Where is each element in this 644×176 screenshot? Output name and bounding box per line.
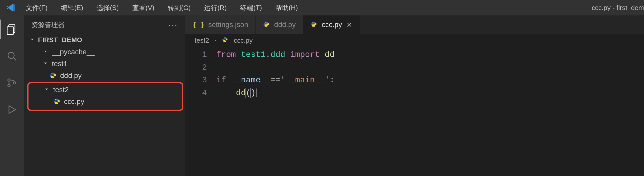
breadcrumb-segment[interactable]: ccc.py	[234, 37, 253, 45]
menu-edit[interactable]: 编辑(E)	[59, 2, 85, 13]
json-icon: { }	[193, 21, 205, 29]
close-icon[interactable]	[346, 21, 353, 28]
code-text[interactable]: from test1.ddd import dd	[216, 48, 644, 61]
file-tree: FIRST_DEMO __pycache__ test1	[24, 34, 185, 111]
code-editor[interactable]: 1from test1.ddd import dd23if __name__==…	[185, 47, 644, 101]
tree-folder-test1[interactable]: test1	[24, 58, 185, 70]
python-icon	[263, 21, 271, 29]
line-number: 2	[185, 61, 216, 74]
svg-point-5	[8, 84, 10, 87]
editor-area: { } settings.json ddd.py	[185, 15, 644, 176]
sidebar-header: 资源管理器 ···	[24, 15, 185, 34]
code-line[interactable]: 2	[185, 61, 644, 74]
python-icon	[222, 37, 230, 44]
menu-terminal[interactable]: 终端(T)	[239, 2, 263, 13]
tree-label: test1	[52, 60, 68, 68]
menu-bar: 文件(F) 编辑(E) 选择(S) 查看(V) 转到(G) 运行(R) 终端(T…	[24, 2, 299, 13]
svg-point-14	[312, 22, 313, 23]
scm-icon[interactable]	[5, 76, 19, 90]
svg-line-3	[13, 58, 16, 60]
breadcrumb-segment[interactable]: test2	[195, 37, 209, 45]
python-icon	[53, 98, 61, 105]
tab-cccpy[interactable]: ccc.py	[303, 15, 360, 34]
menu-select[interactable]: 选择(S)	[95, 2, 120, 13]
code-text[interactable]	[216, 61, 644, 74]
menu-help[interactable]: 帮助(H)	[274, 2, 299, 13]
python-icon	[310, 21, 318, 29]
chevron-down-icon	[43, 86, 50, 94]
tree-root-label: FIRST_DEMO	[38, 36, 82, 44]
line-number: 4	[185, 87, 216, 100]
svg-marker-7	[9, 106, 16, 113]
editor-tabs: { } settings.json ddd.py	[185, 15, 644, 34]
sidebar-more-icon[interactable]: ···	[168, 23, 178, 26]
chevron-right-icon	[42, 48, 49, 56]
tree-folder-test2[interactable]: test2	[29, 84, 182, 96]
search-icon[interactable]	[5, 49, 19, 63]
menu-run[interactable]: 运行(R)	[203, 2, 228, 13]
run-icon[interactable]	[5, 102, 19, 117]
svg-point-6	[13, 82, 16, 84]
explorer-icon[interactable]	[5, 22, 19, 37]
code-text[interactable]: dd()	[216, 87, 644, 100]
svg-point-4	[8, 79, 10, 81]
svg-point-2	[8, 52, 14, 58]
svg-point-12	[265, 22, 266, 23]
code-line[interactable]: 3if __name__=='__main__':	[185, 74, 644, 87]
title-bar: 文件(F) 编辑(E) 选择(S) 查看(V) 转到(G) 运行(R) 终端(T…	[0, 0, 644, 15]
python-icon	[49, 72, 57, 80]
tab-label: ddd.py	[274, 21, 296, 29]
code-line[interactable]: 4 dd()	[185, 87, 644, 100]
tree-file-cccpy[interactable]: ccc.py	[29, 96, 182, 108]
activity-bar	[0, 15, 24, 176]
svg-point-8	[52, 73, 52, 74]
vscode-icon	[5, 2, 16, 13]
sidebar-explorer: 资源管理器 ··· FIRST_DEMO __pycache__ te	[24, 15, 185, 176]
chevron-down-icon	[42, 60, 49, 68]
svg-point-18	[224, 38, 224, 38]
line-number: 3	[185, 74, 216, 87]
line-number: 1	[185, 48, 216, 61]
tree-file-dddpy[interactable]: ddd.py	[24, 70, 185, 82]
menu-go[interactable]: 转到(G)	[166, 2, 192, 13]
chevron-right-icon	[213, 37, 218, 45]
sidebar-title: 资源管理器	[31, 20, 65, 29]
annotation-highlight: test2 ccc.py	[27, 82, 183, 111]
tree-label: ccc.py	[64, 98, 84, 106]
tree-label: ddd.py	[60, 72, 82, 80]
breadcrumb[interactable]: test2 ccc.py	[185, 34, 644, 47]
tree-root[interactable]: FIRST_DEMO	[24, 34, 185, 46]
tab-label: settings.json	[208, 21, 248, 29]
svg-point-13	[267, 26, 268, 26]
svg-point-11	[58, 103, 58, 103]
tab-dddpy[interactable]: ddd.py	[256, 15, 303, 34]
tree-folder-pycache[interactable]: __pycache__	[24, 46, 185, 58]
tree-label: __pycache__	[52, 48, 95, 56]
tab-settings-json[interactable]: { } settings.json	[185, 15, 256, 34]
code-text[interactable]: if __name__=='__main__':	[216, 74, 644, 87]
svg-point-9	[54, 77, 54, 77]
tab-label: ccc.py	[322, 21, 342, 29]
svg-rect-1	[7, 27, 13, 34]
code-line[interactable]: 1from test1.ddd import dd	[185, 48, 644, 61]
chevron-down-icon	[29, 36, 35, 44]
svg-point-10	[55, 99, 56, 100]
window-title: ccc.py - first_dem	[592, 0, 644, 15]
menu-view[interactable]: 查看(V)	[131, 2, 156, 13]
tree-label: test2	[53, 86, 69, 94]
text-cursor	[256, 89, 257, 97]
svg-point-15	[315, 26, 315, 26]
svg-point-19	[226, 41, 226, 41]
menu-file[interactable]: 文件(F)	[24, 2, 49, 13]
